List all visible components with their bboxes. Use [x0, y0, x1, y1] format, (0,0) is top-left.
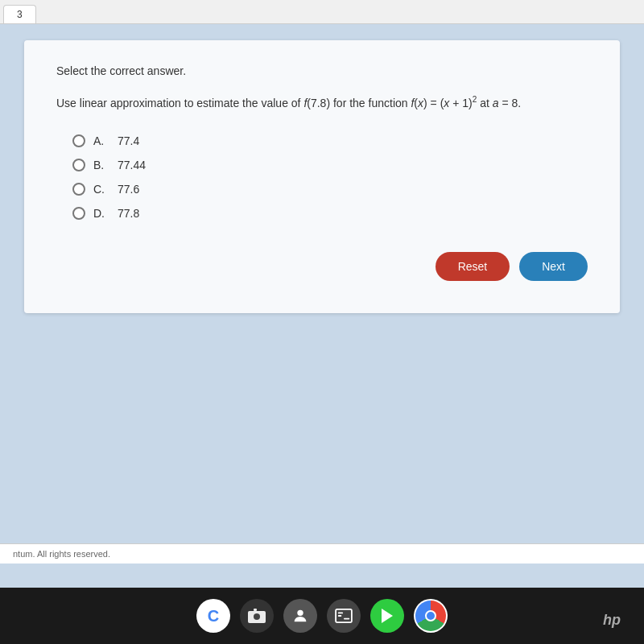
- option-c[interactable]: C. 77.6: [72, 183, 588, 196]
- radio-d[interactable]: [72, 207, 85, 220]
- taskbar-chromium[interactable]: C: [196, 599, 230, 633]
- taskbar-play[interactable]: [370, 599, 404, 633]
- taskbar-files[interactable]: [283, 599, 317, 633]
- radio-b[interactable]: [72, 159, 85, 171]
- hp-text: hp: [603, 612, 621, 629]
- option-b-value: 77.44: [118, 159, 146, 171]
- svg-rect-5: [338, 613, 343, 614]
- instruction-text: Select the correct answer.: [56, 64, 588, 77]
- taskbar: C: [0, 588, 644, 644]
- radio-a[interactable]: [72, 134, 85, 147]
- taskbar-camera[interactable]: [240, 599, 274, 633]
- option-d[interactable]: D. 77.8: [72, 207, 588, 220]
- option-a[interactable]: A. 77.4: [72, 134, 588, 147]
- option-a-letter: A.: [93, 134, 109, 147]
- page-content: Select the correct answer. Use linear ap…: [0, 24, 644, 644]
- tab-bar: 3: [0, 0, 644, 24]
- hp-logo: hp: [596, 604, 628, 636]
- screen: 3 Select the correct answer. Use linear …: [0, 0, 644, 644]
- svg-point-3: [297, 610, 303, 616]
- svg-rect-6: [338, 615, 342, 617]
- option-b[interactable]: B. 77.44: [72, 159, 588, 171]
- footer: ntum. All rights reserved.: [0, 543, 644, 564]
- option-c-letter: C.: [93, 183, 109, 196]
- question-card: Select the correct answer. Use linear ap…: [24, 40, 620, 313]
- option-a-value: 77.4: [118, 134, 139, 147]
- option-b-letter: B.: [93, 159, 109, 171]
- reset-button[interactable]: Reset: [436, 252, 510, 281]
- tab-3[interactable]: 3: [3, 5, 36, 23]
- svg-point-1: [254, 613, 260, 620]
- svg-rect-7: [344, 618, 349, 620]
- svg-marker-8: [382, 609, 393, 623]
- button-row: Reset Next: [56, 252, 588, 281]
- radio-c[interactable]: [72, 183, 85, 196]
- taskbar-chrome[interactable]: [414, 599, 448, 633]
- options-list: A. 77.4 B. 77.44 C. 77.6 D. 77.8: [72, 134, 588, 220]
- next-button[interactable]: Next: [519, 252, 588, 281]
- copyright-text: ntum. All rights reserved.: [13, 549, 110, 559]
- taskbar-terminal[interactable]: [327, 599, 361, 633]
- option-c-value: 77.6: [118, 183, 139, 196]
- svg-rect-2: [254, 609, 257, 611]
- option-d-letter: D.: [93, 207, 109, 220]
- option-d-value: 77.8: [118, 207, 139, 220]
- question-body: Use linear approximation to estimate the…: [56, 93, 588, 112]
